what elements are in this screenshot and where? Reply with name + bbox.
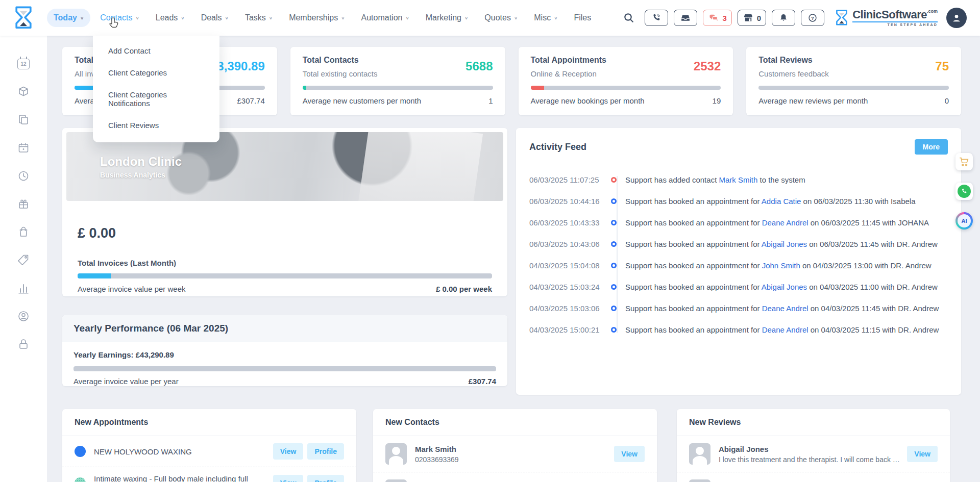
avatar: [385, 443, 407, 465]
nav-item-leads[interactable]: Leads∨: [149, 9, 191, 27]
green-phone-icon: [958, 185, 971, 198]
activity-text: on 04/03/2025 11:00 with DR. Andrew: [807, 283, 938, 291]
app-logo-icon[interactable]: [0, 6, 47, 30]
activity-text: Support has booked an appointment for: [625, 304, 762, 313]
copy-pages-icon[interactable]: [17, 113, 30, 126]
user-avatar[interactable]: [946, 8, 967, 28]
review-row: Abigail Jones I love this treatment and …: [677, 436, 950, 472]
floating-widgets: AI: [955, 153, 973, 230]
contact-link[interactable]: Abigail Jones: [762, 283, 807, 291]
nav-item-deals[interactable]: Deals∨: [194, 9, 235, 27]
yearly-progress-bar: [74, 366, 496, 371]
stat-footer-value: 19: [713, 96, 721, 105]
cart-widget-button[interactable]: [955, 153, 973, 170]
banner-photo: London Clinic Business Analytics: [66, 132, 503, 201]
invoices-footer-value: £ 0.00 per week: [436, 285, 492, 293]
profile-button[interactable]: Profile: [307, 443, 344, 460]
contact-link[interactable]: John Smith: [762, 261, 800, 270]
stat-title: Total Appointments: [531, 56, 721, 65]
contact-link[interactable]: Addia Catie: [762, 197, 801, 206]
activity-text: Support has booked an appointment for: [625, 240, 762, 248]
nav-item-misc[interactable]: Misc∨: [527, 9, 564, 27]
activity-text: on 06/03/2025 11:45 with JOHANA: [808, 218, 929, 227]
view-button[interactable]: View: [273, 475, 304, 482]
brand-logo[interactable]: ClinicSoftware.com TEN STEPS AHEAD: [835, 9, 938, 27]
search-icon[interactable]: [623, 12, 635, 24]
help-button[interactable]: ?: [801, 10, 824, 26]
notifications-button[interactable]: [772, 10, 795, 26]
contact-link[interactable]: Abigail Jones: [762, 240, 807, 248]
chat-button[interactable]: 3: [703, 10, 731, 26]
stat-footer-label: Average new reviews per month: [758, 96, 868, 105]
contact-link[interactable]: Deane Andrel: [762, 304, 808, 313]
nav-label: Quotes: [484, 13, 511, 22]
yearly-title: Yearly Performance (06 Mar 2025): [62, 315, 507, 342]
timeline-dot: [611, 241, 617, 247]
shopping-bag-icon[interactable]: [17, 225, 30, 239]
stat-value: 5688: [465, 59, 493, 73]
nav-item-today[interactable]: Today∨: [47, 9, 90, 27]
store-button[interactable]: 0: [738, 10, 766, 26]
activity-entry: 06/03/2025 10:44:16 Support has booked a…: [529, 190, 948, 212]
inbox-button[interactable]: [674, 10, 697, 26]
nav-item-contacts[interactable]: Contacts∨: [93, 9, 145, 27]
phone-button[interactable]: [645, 10, 668, 26]
menu-item-client-categories[interactable]: Client Categories: [93, 62, 219, 84]
lock-icon[interactable]: [17, 338, 30, 351]
nav-item-automation[interactable]: Automation∨: [354, 9, 415, 27]
contact-link[interactable]: Deane Andrel: [762, 325, 808, 334]
activity-list: 06/03/2025 11:07:25 Support has added co…: [529, 169, 948, 340]
invoices-progress-bar: [78, 273, 492, 278]
yearly-footer-label: Average invoice value per year: [74, 377, 179, 386]
activity-text: Support has booked an appointment for: [625, 197, 762, 206]
history-icon[interactable]: [17, 169, 30, 183]
chevron-down-icon: ∨: [135, 16, 139, 20]
nav-label: Deals: [201, 13, 222, 22]
contact-link[interactable]: Mark Smith: [719, 175, 757, 184]
left-sidebar: 12: [0, 36, 47, 482]
nav-item-tasks[interactable]: Tasks∨: [238, 9, 279, 27]
clinic-name: London Clinic: [100, 155, 182, 169]
activity-text: on 04/03/2025 11:15 with DR. Andrew: [808, 325, 939, 334]
schedule-icon[interactable]: [17, 141, 30, 155]
chevron-down-icon: ∨: [514, 16, 518, 20]
gift-icon[interactable]: [17, 197, 30, 211]
view-button[interactable]: View: [907, 446, 938, 462]
store-icon: [743, 13, 754, 23]
new-contacts-card: New Contacts Mark Smith 02033693369 View…: [373, 409, 657, 482]
calendar-icon[interactable]: 12: [17, 57, 30, 70]
chevron-down-icon: ∨: [405, 16, 409, 20]
tag-icon[interactable]: [17, 253, 30, 267]
stat-footer-value: 0: [945, 96, 949, 105]
avatar: [689, 479, 710, 482]
svg-text:?: ?: [811, 16, 814, 21]
view-button[interactable]: View: [273, 443, 304, 460]
invoices-footer-label: Average invoice value per week: [78, 285, 186, 293]
reviewer-name: Abigail Jones: [719, 445, 903, 453]
chat-count-badge: 3: [722, 14, 726, 22]
messenger-widget-button[interactable]: [955, 183, 973, 200]
ai-assistant-button[interactable]: AI: [955, 212, 973, 230]
menu-item-client-categories-notifications[interactable]: Client Categories Notifications: [93, 84, 219, 114]
chart-icon[interactable]: [17, 282, 30, 295]
store-count-badge: 0: [757, 14, 761, 22]
menu-item-client-reviews[interactable]: Client Reviews: [93, 114, 219, 136]
menu-item-add-contact[interactable]: Add Contact: [93, 40, 219, 62]
support-icon[interactable]: [17, 310, 30, 323]
timeline-dot: [611, 327, 617, 333]
nav-item-quotes[interactable]: Quotes∨: [478, 9, 524, 27]
brand-tagline: TEN STEPS AHEAD: [852, 21, 938, 27]
nav-item-marketing[interactable]: Marketing∨: [419, 9, 475, 27]
package-icon[interactable]: [17, 85, 30, 98]
nav-label: Misc: [534, 13, 551, 22]
stat-subtitle: Customers feedback: [758, 69, 949, 78]
more-button[interactable]: More: [915, 139, 948, 155]
contact-link[interactable]: Deane Andrel: [762, 218, 808, 227]
nav-item-memberships[interactable]: Memberships∨: [282, 9, 351, 27]
nav-item-files[interactable]: Files: [567, 9, 598, 27]
activity-time: 04/03/2025 15:03:06: [529, 304, 605, 313]
profile-button[interactable]: Profile: [307, 475, 344, 482]
view-button[interactable]: View: [614, 446, 645, 462]
appointment-name: Intimate waxing - Full body male includi…: [94, 474, 269, 482]
stat-value: 75: [935, 59, 949, 73]
